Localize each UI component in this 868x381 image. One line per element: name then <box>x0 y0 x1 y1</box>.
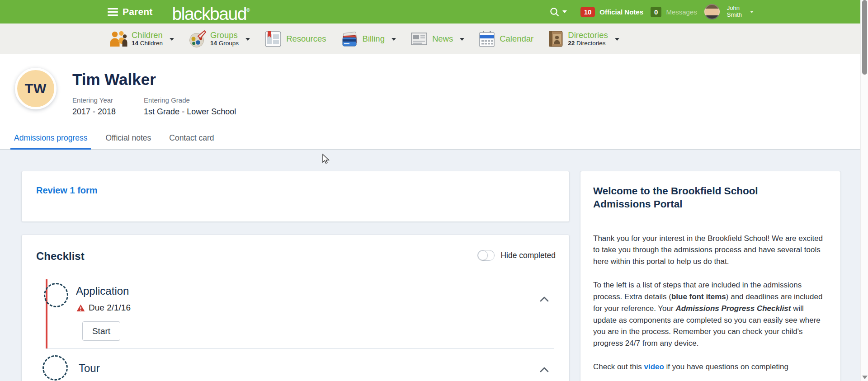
main-navigation: Children 14 Children Groups 14 Groups <box>0 24 868 54</box>
caret-down-icon <box>562 10 567 13</box>
nav-item-directories[interactable]: Directories 22 Directories <box>547 30 619 48</box>
caret-down-icon <box>392 38 396 41</box>
chevron-up-icon[interactable] <box>540 296 549 302</box>
checklist-title: Checklist <box>36 250 85 263</box>
groups-icon <box>188 30 206 48</box>
user-name[interactable]: John Smith <box>727 5 742 19</box>
welcome-title: Welcome to the Brookfield School Admissi… <box>593 185 774 211</box>
checklist-card: Checklist Hide completed Application Due… <box>21 235 570 381</box>
portal-role-label[interactable]: Parent <box>123 6 153 17</box>
review-forms-link[interactable]: Review 1 form <box>36 185 98 196</box>
main-content: Review 1 form Checklist Hide completed A… <box>0 150 868 381</box>
welcome-paragraph-2: To the left is a list of steps that are … <box>593 279 828 349</box>
nav-item-news[interactable]: News <box>410 31 464 47</box>
scroll-arrow-icon[interactable] <box>862 376 868 379</box>
news-icon <box>410 31 428 47</box>
divider <box>163 0 163 24</box>
entering-year-label: Entering Year <box>72 96 116 104</box>
nav-item-calendar[interactable]: Calendar <box>478 30 533 48</box>
nav-item-resources[interactable]: Resources <box>264 30 326 48</box>
review-forms-card: Review 1 form <box>21 171 570 222</box>
caret-down-icon <box>750 11 754 13</box>
divider <box>46 348 554 349</box>
chevron-up-icon[interactable] <box>540 367 549 372</box>
nav-item-groups[interactable]: Groups 14 Groups <box>188 30 250 48</box>
entering-grade-value: 1st Grade - Lower School <box>144 107 236 117</box>
due-date-row: Due 2/1/16 <box>76 303 131 313</box>
start-button[interactable]: Start <box>82 321 120 341</box>
nav-item-billing[interactable]: Billing <box>340 30 396 47</box>
nav-label: Groups <box>210 31 239 39</box>
hide-completed-control: Hide completed <box>477 250 556 261</box>
nav-label: Billing <box>363 34 385 43</box>
scrollbar-thumb[interactable] <box>862 0 867 75</box>
nav-item-children[interactable]: Children 14 Children <box>109 30 174 47</box>
caret-down-icon <box>460 38 464 41</box>
search-button[interactable] <box>550 7 567 17</box>
page-scrollbar[interactable] <box>860 0 868 381</box>
directories-icon <box>547 30 564 48</box>
caret-down-icon <box>245 38 250 41</box>
student-profile-header: TW Tim Walker Entering Year 2017 - 2018 … <box>0 54 868 150</box>
messages-label[interactable]: Messages <box>666 8 697 16</box>
official-notes-count-badge[interactable]: 10 <box>580 7 595 17</box>
top-bar-right: 10 Official Notes 0 Messages John Smith <box>550 4 754 19</box>
nav-label: Children <box>132 31 163 39</box>
search-icon[interactable] <box>550 7 559 17</box>
step-status-circle <box>42 355 68 381</box>
nav-label: News <box>432 34 453 43</box>
official-notes-label[interactable]: Official Notes <box>599 8 643 16</box>
top-bar-left: Parent blackbaud® <box>108 0 250 24</box>
checklist-item-title: Tour <box>79 362 100 375</box>
tab-admissions-progress[interactable]: Admissions progress <box>10 133 91 150</box>
due-date-text: Due 2/1/16 <box>89 303 131 313</box>
blackbaud-logo[interactable]: blackbaud® <box>172 0 250 25</box>
welcome-paragraph-3: Check out this video if you have questio… <box>593 361 828 373</box>
billing-icon <box>340 30 359 47</box>
hamburger-icon[interactable] <box>108 8 118 16</box>
entering-grade-label: Entering Grade <box>144 96 236 104</box>
student-info: Entering Year 2017 - 2018 Entering Grade… <box>72 96 236 117</box>
caret-down-icon <box>615 38 619 41</box>
caret-down-icon <box>170 38 174 41</box>
calendar-icon <box>478 30 495 48</box>
children-icon <box>109 30 127 47</box>
student-avatar: TW <box>15 68 57 109</box>
video-link[interactable]: video <box>644 362 664 371</box>
warning-icon <box>76 304 85 312</box>
resources-icon <box>264 30 282 48</box>
welcome-paragraph-1: Thank you for your interest in the Brook… <box>593 233 828 268</box>
nav-label: Directories <box>568 31 608 39</box>
profile-tabs: Admissions progress Official notes Conta… <box>10 133 217 150</box>
messages-count-badge[interactable]: 0 <box>651 7 661 17</box>
checklist-item-title: Application <box>76 285 129 297</box>
entering-year-value: 2017 - 2018 <box>72 107 116 117</box>
welcome-panel: Welcome to the Brookfield School Admissi… <box>580 171 841 381</box>
step-status-circle <box>44 283 68 307</box>
tab-contact-card[interactable]: Contact card <box>165 133 217 150</box>
tab-official-notes[interactable]: Official notes <box>102 133 155 150</box>
nav-label: Calendar <box>500 34 533 43</box>
student-name: Tim Walker <box>72 71 156 89</box>
nav-label: Resources <box>286 34 326 43</box>
hide-completed-toggle[interactable] <box>477 250 495 261</box>
user-avatar[interactable] <box>704 4 720 19</box>
hide-completed-label: Hide completed <box>500 251 556 260</box>
top-bar: Parent blackbaud® 10 Official Notes 0 Me… <box>0 0 868 24</box>
